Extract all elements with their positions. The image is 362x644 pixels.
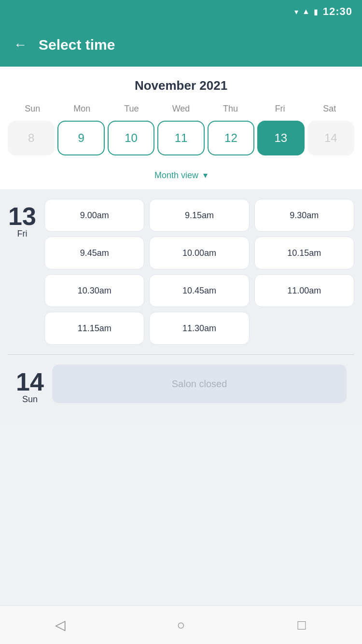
- battery-icon: ▮: [314, 7, 318, 16]
- page-title: Select time: [39, 37, 115, 53]
- day-number-block: 13Fri: [8, 199, 37, 345]
- signal-icon: ▲: [302, 7, 310, 16]
- month-year-label: November 2021: [8, 78, 354, 93]
- weekday-label: Sun: [8, 102, 57, 116]
- time-slot[interactable]: 9.15am: [149, 199, 249, 232]
- time-slot[interactable]: 10.00am: [149, 237, 249, 269]
- day-cell-14: 14: [307, 121, 354, 155]
- salon-closed-label: Salon closed: [52, 364, 347, 403]
- day-cell-8: 8: [8, 121, 55, 155]
- weekday-label: Fri: [255, 102, 305, 116]
- weekday-row: SunMonTueWedThuFriSat: [8, 102, 354, 116]
- days-row: 891011121314: [8, 121, 354, 163]
- time-slot[interactable]: 10.45am: [149, 274, 249, 307]
- month-view-toggle[interactable]: Month view: [154, 170, 198, 181]
- header: ← Select time: [0, 23, 362, 67]
- weekday-label: Tue: [107, 102, 156, 116]
- day-separator: [8, 354, 354, 355]
- schedule-section: 13Fri9.00am9.15am9.30am9.45am10.00am10.1…: [0, 189, 362, 424]
- closed-day-row: 14SunSalon closed: [8, 364, 354, 405]
- time-slot[interactable]: 11.30am: [149, 312, 249, 345]
- day-cell-11[interactable]: 11: [157, 121, 204, 155]
- time-slots-grid: 9.00am9.15am9.30am9.45am10.00am10.15am10…: [44, 199, 354, 345]
- day-cell-9[interactable]: 9: [57, 121, 104, 155]
- status-time: 12:30: [323, 5, 352, 18]
- schedule-container: 13Fri9.00am9.15am9.30am9.45am10.00am10.1…: [8, 199, 354, 405]
- weekday-label: Thu: [206, 102, 255, 116]
- weekday-label: Sat: [305, 102, 354, 116]
- calendar-section: November 2021 SunMonTueWedThuFriSat 8910…: [0, 67, 362, 163]
- month-view-row: Month view ▾: [0, 163, 362, 189]
- weekday-label: Wed: [156, 102, 206, 116]
- nav-back-icon: ◁: [55, 617, 66, 633]
- day-cell-13[interactable]: 13: [257, 121, 304, 155]
- time-slot[interactable]: 11.00am: [254, 274, 354, 307]
- nav-home-icon: ○: [177, 617, 185, 633]
- nav-recent-button[interactable]: □: [287, 611, 316, 640]
- day-name: Sun: [22, 394, 38, 405]
- day-schedule-row: 13Fri9.00am9.15am9.30am9.45am10.00am10.1…: [8, 199, 354, 345]
- bottom-nav: ◁ ○ □: [0, 605, 362, 644]
- time-slot[interactable]: 11.15am: [44, 312, 144, 345]
- status-icons: ▾ ▲ ▮: [294, 7, 318, 16]
- time-slot[interactable]: 10.30am: [44, 274, 144, 307]
- day-name: Fri: [17, 229, 28, 239]
- weekday-label: Mon: [57, 102, 107, 116]
- nav-back-button[interactable]: ◁: [46, 611, 75, 640]
- back-button[interactable]: ←: [14, 37, 27, 53]
- day-number: 13: [8, 204, 36, 229]
- nav-home-button[interactable]: ○: [167, 611, 195, 640]
- day-number-block: 14Sun: [15, 364, 44, 405]
- day-cell-10[interactable]: 10: [108, 121, 154, 155]
- time-slot[interactable]: 10.15am: [254, 237, 354, 269]
- time-slot[interactable]: 9.45am: [44, 237, 144, 269]
- time-slot[interactable]: 9.30am: [254, 199, 354, 232]
- status-bar: ▾ ▲ ▮ 12:30: [0, 0, 362, 23]
- wifi-icon: ▾: [294, 7, 298, 16]
- nav-recent-icon: □: [298, 617, 306, 633]
- day-cell-12[interactable]: 12: [208, 121, 254, 155]
- chevron-down-icon[interactable]: ▾: [203, 170, 208, 181]
- time-slot[interactable]: 9.00am: [44, 199, 144, 232]
- day-number: 14: [16, 369, 44, 394]
- back-icon: ←: [14, 37, 27, 53]
